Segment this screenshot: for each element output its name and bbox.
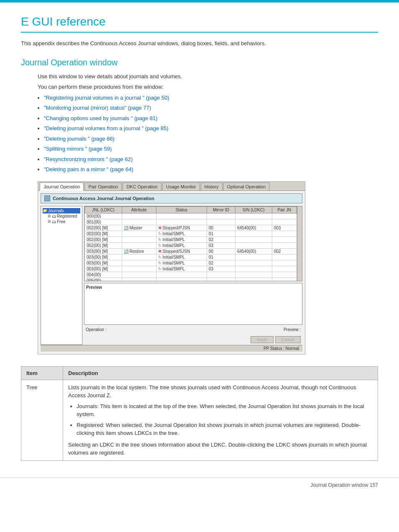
- folder-icon: 📁: [43, 208, 47, 213]
- tree-icon-free: 🗂: [52, 219, 56, 224]
- table-row[interactable]: 003(00) [M]↻ Initial/SMPL01: [85, 254, 297, 260]
- preview-status-label: Preview :: [284, 327, 301, 332]
- window-header-icon: [44, 195, 50, 201]
- tab-journal-operation[interactable]: Journal Operation: [40, 182, 84, 191]
- window-body: 📁 Journals ⊞ 🗂 Registered ⊞ 🗂 Free: [41, 206, 302, 345]
- desc-main-text: Lists journals in the local system. The …: [68, 384, 356, 399]
- list-item: "Monitoring journal (mirror) status" (pa…: [44, 104, 378, 112]
- section-desc1: Use this window to view details about jo…: [38, 72, 378, 81]
- table-row[interactable]: 003(00) [M]↻ Initial/SMPL02: [85, 260, 297, 266]
- list-item: "Resynchronizing mirrors " (page 62): [44, 155, 378, 164]
- tree-item-journals[interactable]: 📁 Journals: [43, 208, 80, 213]
- restore-icon: 🔄: [124, 249, 128, 254]
- tree-label-registered: Registered: [57, 214, 77, 218]
- table-row[interactable]: 003(00) [M]↻ Initial/SMPL03: [85, 266, 297, 272]
- tab-dkc-operation[interactable]: DKC Operation: [123, 182, 161, 190]
- list-item: "Deleting journals " (page 86): [44, 135, 378, 143]
- tab-pair-operation[interactable]: Pair Operation: [84, 182, 122, 190]
- journal-operation-screenshot: Journal Operation Pair Operation DKC Ope…: [38, 181, 305, 355]
- journal-table: JNL (LDKC) Attribute Status Mirror ID S/…: [84, 206, 297, 281]
- window-inner: Continuous Access Journal Journal Operat…: [38, 191, 305, 354]
- table-wrapper: JNL (LDKC) Attribute Status Mirror ID S/…: [84, 206, 302, 281]
- list-item: "Deleting pairs in a mirror " (page 64): [44, 165, 378, 174]
- sync-icon: ↻: [158, 231, 161, 236]
- col-status: Status: [156, 206, 207, 213]
- sync-icon: ↻: [158, 261, 161, 265]
- vertical-scrollbar[interactable]: [297, 206, 302, 281]
- tree-item-registered[interactable]: ⊞ 🗂 Registered: [43, 213, 80, 219]
- tree-icon-registered: 🗂: [52, 214, 56, 218]
- sub-bullet-item-journals: Journals: This item is located at the to…: [77, 402, 373, 419]
- desc-item-tree: Tree: [21, 380, 63, 460]
- table-row[interactable]: 002(00) [M]↻ Initial/SMPL03: [85, 242, 297, 248]
- preview-label: Preview: [86, 285, 102, 290]
- procedures-list: "Registering journal volumes in a journa…: [44, 94, 378, 174]
- status-text: PP Status : Normal: [263, 346, 299, 351]
- col-sn: S/N (LDKC): [235, 206, 272, 213]
- table-row[interactable]: 000(00): [85, 213, 297, 219]
- master-icon: 🔄: [124, 226, 128, 230]
- table-row[interactable]: 002(00) [M]🔄 Master✕ Stopped/PJSN0064540…: [85, 225, 297, 231]
- expand-icon-free: ⊞: [48, 219, 51, 224]
- extra-text: Selecting an LDKC in the tree shows info…: [68, 441, 373, 457]
- description-table: Item Description Tree Lists journals in …: [21, 366, 378, 461]
- cancel-button[interactable]: Cancel: [275, 336, 301, 343]
- sync-icon: ↻: [158, 237, 161, 242]
- expand-icon-registered: ⊞: [48, 214, 51, 218]
- desc-row-tree: Tree Lists journals in the local system.…: [21, 380, 378, 460]
- tab-history[interactable]: History: [201, 182, 223, 190]
- tree-item-free[interactable]: ⊞ 🗂 Free: [43, 219, 80, 224]
- section-desc2: You can perform these procedures from th…: [38, 83, 378, 91]
- tab-usage-monitor[interactable]: Usage Monitor: [162, 182, 200, 190]
- button-row: Apply Cancel: [84, 334, 302, 345]
- footer-text: Journal Operation window 157: [310, 482, 378, 488]
- col-pair-jn: Pair JN: [272, 206, 297, 213]
- intro-text: This appendix describes the Continuous A…: [21, 39, 378, 48]
- chapter-title: E GUI reference: [21, 15, 378, 33]
- table-row[interactable]: 004(00): [85, 272, 297, 278]
- col-jnl: JNL (LDKC): [85, 206, 122, 213]
- stopped-icon: ✕: [158, 226, 161, 230]
- window-header-title: Continuous Access Journal Journal Operat…: [53, 196, 154, 201]
- sync-icon: ↻: [158, 255, 161, 260]
- window-header: Continuous Access Journal Journal Operat…: [41, 193, 302, 203]
- tree-label-journals: Journals: [48, 208, 64, 213]
- sub-bullet-list: Journals: This item is located at the to…: [77, 402, 373, 437]
- operation-label: Operation :: [86, 327, 284, 332]
- sync-icon: ↻: [158, 267, 161, 271]
- list-item: "Splitting mirrors " (page 59): [44, 145, 378, 153]
- table-row[interactable]: 002(00) [M]↻ Initial/SMPL01: [85, 231, 297, 236]
- tree-label-free: Free: [57, 219, 66, 224]
- table-row[interactable]: 001(00): [85, 219, 297, 225]
- tree-panel: 📁 Journals ⊞ 🗂 Registered ⊞ 🗂 Free: [41, 206, 82, 345]
- right-panel: JNL (LDKC) Attribute Status Mirror ID S/…: [84, 206, 302, 345]
- list-item: "Deleting journal volumes from a journal…: [44, 124, 378, 133]
- status-bar: PP Status : Normal: [41, 345, 302, 352]
- table-row[interactable]: 002(00) [M]↻ Initial/SMPL02: [85, 236, 297, 242]
- desc-desc-tree: Lists journals in the local system. The …: [63, 380, 378, 460]
- sync-icon: ↻: [158, 243, 161, 248]
- desc-header-desc: Description: [63, 366, 378, 380]
- page-footer: Journal Operation window 157: [0, 478, 399, 492]
- section-title: Journal Operation window: [21, 58, 378, 67]
- op-preview-row: Operation : Preview :: [84, 326, 302, 333]
- col-attr: Attribute: [122, 206, 156, 213]
- list-item: "Registering journal volumes in a journa…: [44, 94, 378, 102]
- tab-optional-operation[interactable]: Optional Operation: [223, 182, 269, 190]
- table-row[interactable]: 005(00): [85, 278, 297, 281]
- desc-header-item: Item: [21, 366, 63, 380]
- stopped-icon: ✕: [158, 249, 161, 254]
- col-mirror-id: Mirror ID: [207, 206, 235, 213]
- tabs-bar: Journal Operation Pair Operation DKC Ope…: [38, 182, 305, 191]
- sub-bullet-item-registered: Registered: When selected, the Journal O…: [77, 421, 373, 437]
- apply-button[interactable]: Apply: [251, 336, 274, 343]
- list-item: "Changing options used by journals " (pa…: [44, 114, 378, 123]
- table-row[interactable]: 003(00) [M]🔄 Restore✕ Stopped/SJSN006454…: [85, 248, 297, 254]
- preview-panel: Preview: [84, 283, 302, 325]
